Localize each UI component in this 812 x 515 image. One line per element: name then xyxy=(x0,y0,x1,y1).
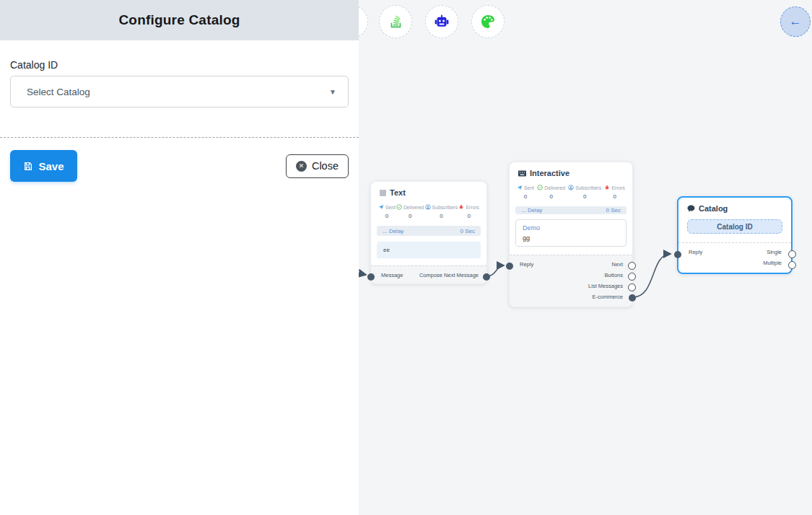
card-title: Demo xyxy=(523,224,619,232)
bug-icon xyxy=(458,204,464,210)
stat-errors: Errors 0 xyxy=(604,185,625,200)
node-catalog[interactable]: Catalog Catalog ID Reply Single . Multip… xyxy=(677,196,793,274)
node-text-title: Text xyxy=(390,188,406,197)
chevron-down-icon: ▼ xyxy=(329,88,336,96)
handle-list-messages-out[interactable] xyxy=(628,283,636,291)
handle-multiple-out[interactable] xyxy=(788,261,796,269)
close-button[interactable]: ✕ Close xyxy=(286,154,349,178)
catalog-id-placeholder[interactable]: Catalog ID xyxy=(687,219,782,234)
flow-builder-app: Configure Catalog Catalog ID Select Cata… xyxy=(0,0,812,515)
robot-icon xyxy=(433,13,450,30)
collapse-panel-button[interactable]: ← xyxy=(780,6,811,37)
user-circle-icon xyxy=(425,204,431,210)
node-catalog-header: Catalog xyxy=(678,198,791,215)
message-input-label: Message xyxy=(381,272,403,278)
keyboard-icon xyxy=(518,170,526,177)
text-icon xyxy=(380,190,386,196)
paper-plane-icon xyxy=(378,204,384,210)
stat-sent: Sent 0 xyxy=(517,185,534,200)
panel-body: Catalog ID Select Catalog ▼ Save ✕ C xyxy=(0,59,359,182)
reply-input-label: Reply xyxy=(689,249,702,255)
edge-incoming-message xyxy=(359,269,366,275)
compose-next-label: Compose Next Message xyxy=(419,272,479,278)
check-circle-icon xyxy=(396,204,402,210)
chat-bubble-icon xyxy=(687,205,695,212)
node-text-header: Text xyxy=(371,182,486,199)
paper-plane-icon xyxy=(517,185,523,190)
handle-next-out[interactable] xyxy=(628,262,636,270)
edge-interactive-to-catalog xyxy=(633,254,671,297)
close-icon: ✕ xyxy=(296,161,307,172)
handle-reply-in[interactable] xyxy=(506,263,513,270)
panel-header: Configure Catalog xyxy=(0,0,359,40)
back-arrow-icon: ← xyxy=(790,14,802,29)
handle-reply-in[interactable] xyxy=(674,251,681,258)
interactive-card[interactable]: Demo gg xyxy=(515,219,627,247)
node-text[interactable]: Text Sent 0 Delivered 0 xyxy=(370,181,487,284)
node-catalog-footer: Reply Single . Multiple xyxy=(678,242,791,273)
handle-ecommerce-out[interactable] xyxy=(629,294,636,301)
stat-subscribers: Subscribers 0 xyxy=(568,185,601,200)
stack-icon xyxy=(388,14,403,30)
node-text-stats: Sent 0 Delivered 0 Subscribers xyxy=(371,199,486,219)
panel-divider xyxy=(0,137,359,138)
handle-compose-next-out[interactable] xyxy=(483,273,490,281)
node-interactive-footer: Reply Next . Buttons . List Messages . E… xyxy=(510,255,632,307)
delay-row[interactable]: ... Delay 0 Sec xyxy=(377,226,481,236)
output-list-messages-label: List Messages xyxy=(588,283,623,289)
handle-buttons-out[interactable] xyxy=(628,273,636,281)
node-interactive-header: Interactive xyxy=(510,162,632,180)
output-buttons-label: Buttons xyxy=(605,272,623,278)
stat-sent: Sent 0 xyxy=(378,204,396,219)
page-title: Configure Catalog xyxy=(118,12,240,28)
check-circle-icon xyxy=(537,185,543,190)
stat-subscribers: Subscribers 0 xyxy=(425,204,458,219)
stack-tool-button[interactable] xyxy=(379,5,412,38)
node-interactive-title: Interactive xyxy=(530,169,569,177)
handle-message-in[interactable] xyxy=(367,273,375,281)
tool-circle-partial[interactable] xyxy=(359,5,368,38)
output-single-label: Single xyxy=(767,249,782,255)
close-button-label: Close xyxy=(312,160,339,172)
stat-errors: Errors 0 xyxy=(458,204,479,219)
palette-tool-button[interactable] xyxy=(471,5,505,38)
stat-delivered: Delivered 0 xyxy=(396,204,424,219)
catalog-id-label: Catalog ID xyxy=(10,59,349,71)
output-multiple-label: Multiple xyxy=(763,260,782,266)
node-interactive-stats: Sent 0 Delivered 0 Subscribers xyxy=(510,180,632,200)
output-ecommerce-label: E-commerce xyxy=(592,294,623,300)
handle-single-out[interactable] xyxy=(788,250,796,258)
configure-catalog-panel: Configure Catalog Catalog ID Select Cata… xyxy=(0,0,359,515)
message-content[interactable]: ee xyxy=(377,242,481,258)
delay-row[interactable]: ... Delay 0 Sec xyxy=(515,206,627,214)
node-text-footer: Message Compose Next Message xyxy=(371,265,486,283)
save-button-label: Save xyxy=(38,160,64,172)
catalog-select[interactable]: Select Catalog ▼ xyxy=(10,76,349,107)
catalog-select-value: Select Catalog xyxy=(27,87,329,97)
panel-actions: Save ✕ Close xyxy=(10,150,349,182)
node-catalog-title: Catalog xyxy=(699,204,728,213)
save-icon xyxy=(23,162,32,171)
bot-tool-button[interactable] xyxy=(425,5,458,38)
palette-icon xyxy=(479,13,497,30)
reply-input-label: Reply xyxy=(520,261,533,268)
output-next-label: Next xyxy=(612,261,623,268)
card-text: gg xyxy=(523,234,619,242)
user-circle-icon xyxy=(568,185,574,190)
flow-canvas[interactable]: ← Text Sent 0 Delivered xyxy=(359,0,812,515)
save-button[interactable]: Save xyxy=(10,150,77,182)
node-interactive[interactable]: Interactive Sent 0 Delivered 0 xyxy=(509,162,633,307)
stat-delivered: Delivered 0 xyxy=(537,185,565,200)
bug-icon xyxy=(604,185,610,190)
